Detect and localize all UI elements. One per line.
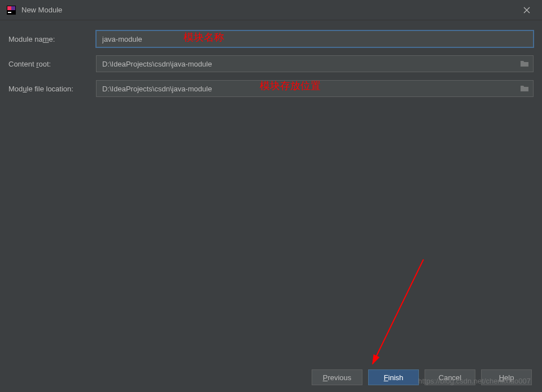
module-file-location-browse-button[interactable] xyxy=(520,85,529,93)
module-name-label: Module name: xyxy=(8,35,96,43)
module-name-input[interactable] xyxy=(96,30,534,47)
folder-icon xyxy=(520,60,529,68)
module-name-input-wrapper xyxy=(96,30,534,47)
svg-line-7 xyxy=(373,259,423,364)
window-title: New Module xyxy=(21,6,518,14)
svg-rect-3 xyxy=(8,12,11,13)
cancel-button[interactable]: Cancel xyxy=(425,369,475,385)
help-button[interactable]: Help xyxy=(481,369,532,385)
content-root-label: Content root: xyxy=(8,60,96,68)
content-root-input[interactable] xyxy=(96,55,534,72)
folder-icon xyxy=(520,85,529,93)
content-root-row: Content root: xyxy=(8,55,534,72)
module-file-location-input[interactable] xyxy=(96,80,534,97)
module-file-location-label: Module file location: xyxy=(8,85,96,93)
button-bar: Previous Finish Cancel Help xyxy=(312,369,532,385)
annotation-arrow xyxy=(327,254,429,378)
module-file-location-input-wrapper xyxy=(96,80,534,97)
intellij-icon xyxy=(7,6,16,15)
content-root-browse-button[interactable] xyxy=(520,60,529,68)
module-file-location-row: Module file location: xyxy=(8,80,534,97)
finish-button[interactable]: Finish xyxy=(368,369,419,385)
module-name-row: Module name: xyxy=(8,30,534,47)
close-button[interactable] xyxy=(518,2,535,19)
close-icon xyxy=(523,7,530,14)
content-root-input-wrapper xyxy=(96,55,534,72)
svg-rect-1 xyxy=(7,6,11,10)
form-content: Module name: Content root: Module file l… xyxy=(0,20,542,97)
previous-button[interactable]: Previous xyxy=(312,369,362,385)
svg-rect-2 xyxy=(11,6,15,10)
titlebar: New Module xyxy=(0,0,542,20)
